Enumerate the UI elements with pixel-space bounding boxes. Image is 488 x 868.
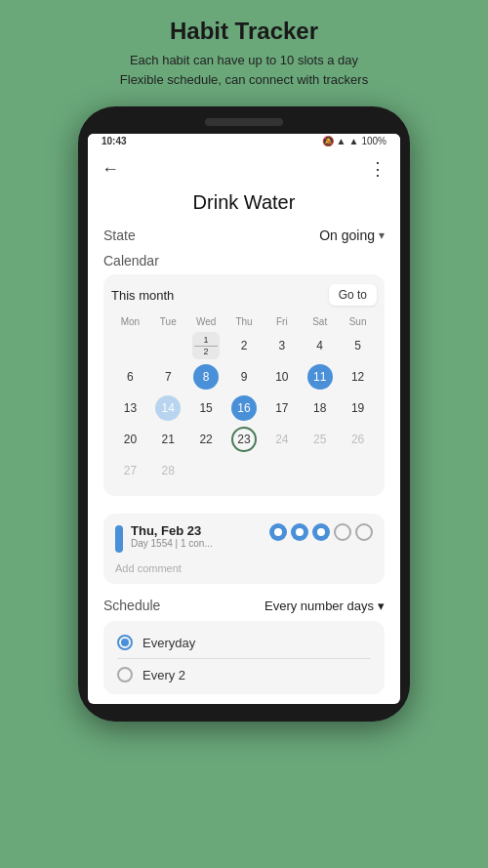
cal-day-26: 26	[339, 424, 377, 455]
day-header-mon: Mon	[111, 313, 149, 330]
habit-circle-2[interactable]	[291, 523, 308, 541]
radio-everyday[interactable]	[117, 635, 133, 650]
cal-day-11[interactable]: 11	[301, 361, 339, 393]
cal-day-12b[interactable]: 12	[339, 361, 377, 393]
day-date: Thu, Feb 23	[131, 523, 213, 538]
cal-day-14[interactable]: 14	[149, 393, 187, 424]
signal-icon: ▲	[337, 136, 346, 146]
cal-empty	[225, 455, 264, 486]
calendar-grid: Mon Tue Wed Thu Fri Sat Sun	[111, 313, 377, 486]
phone-notch	[205, 118, 283, 126]
day-subtext: Day 1554 | 1 con...	[131, 538, 213, 549]
day-header-sun: Sun	[339, 313, 377, 330]
cal-day-18[interactable]: 18	[301, 393, 339, 424]
cal-day-17[interactable]: 17	[263, 393, 301, 424]
cal-day-27: 27	[111, 455, 149, 486]
subtitle: Each habit can have up to 10 slots a day…	[120, 51, 368, 89]
calendar-card: This month Go to Mon Tue Wed Thu Fri Sat…	[103, 274, 385, 496]
schedule-option-every2-partial: Every 2	[117, 663, 371, 684]
circle-dot-3	[317, 528, 325, 536]
state-row: State On going ▾	[88, 224, 400, 251]
status-bar: 10:43 🔕 ▲ ▲ 100%	[88, 134, 400, 150]
cal-day-5[interactable]: 5	[339, 330, 377, 361]
day-header-sat: Sat	[301, 313, 339, 330]
habit-circle-3[interactable]	[312, 523, 330, 541]
radio-every2[interactable]	[117, 667, 133, 682]
circle-dot-2	[296, 528, 304, 536]
cal-day-2[interactable]: 2	[225, 330, 264, 361]
day-detail-header: Thu, Feb 23 Day 1554 | 1 con...	[115, 523, 373, 553]
cal-day-19[interactable]: 19	[339, 393, 377, 424]
cal-empty	[263, 455, 301, 486]
cal-day-25: 25	[301, 424, 339, 455]
day-text: Thu, Feb 23 Day 1554 | 1 con...	[131, 523, 213, 549]
schedule-option-every2[interactable]: Every 2	[117, 663, 371, 684]
back-button[interactable]: ←	[102, 159, 119, 180]
state-value-text: On going	[319, 227, 375, 243]
status-time: 10:43	[102, 136, 127, 146]
cal-day-22[interactable]: 22	[187, 424, 225, 455]
state-dropdown-arrow: ▾	[379, 228, 385, 242]
schedule-dropdown[interactable]: Every number days ▾	[264, 599, 385, 613]
goto-button[interactable]: Go to	[329, 284, 377, 306]
cal-empty	[301, 455, 339, 486]
habit-circle-1[interactable]	[269, 523, 287, 541]
cal-day-16[interactable]: 16	[225, 393, 264, 424]
week-4: 20 21 22 23 24 25 26	[111, 424, 377, 455]
more-button[interactable]: ⋮	[369, 158, 386, 180]
habit-title: Drink Water	[88, 187, 400, 224]
cal-day-28: 28	[149, 455, 187, 486]
state-label: State	[103, 227, 136, 243]
schedule-dropdown-arrow: ▾	[378, 599, 385, 613]
cal-day-13[interactable]: 13	[111, 393, 149, 424]
cal-day-6[interactable]: 6	[111, 361, 149, 393]
thermometer-icon	[115, 525, 123, 553]
cal-day-20[interactable]: 20	[111, 424, 149, 455]
cal-empty	[149, 330, 187, 361]
week-3: 13 14 15 16 17 18 19	[111, 393, 377, 424]
day-header-fri: Fri	[263, 313, 301, 330]
month-label: This month	[111, 288, 174, 303]
habit-circle-4[interactable]	[334, 523, 351, 541]
calendar-header: This month Go to	[111, 284, 377, 306]
schedule-option-everyday[interactable]: Everyday	[117, 631, 371, 654]
calendar-section: Calendar This month Go to Mon Tue Wed Th…	[88, 251, 400, 506]
page-title: Habit Tracker	[120, 18, 368, 45]
schedule-card: Everyday Every 2	[103, 621, 385, 694]
week-2: 6 7 8 9 10 11 12	[111, 361, 377, 393]
cal-day-12[interactable]: 12	[187, 330, 225, 361]
cal-empty	[187, 455, 225, 486]
day-header-thu: Thu	[225, 313, 264, 330]
state-dropdown[interactable]: On going ▾	[319, 227, 385, 243]
schedule-value-text: Every number days	[264, 599, 374, 613]
week-1: 12 2 3 4 5	[111, 330, 377, 361]
day-header-tue: Tue	[149, 313, 187, 330]
phone-shell: 10:43 🔕 ▲ ▲ 100% ← ⋮ Drink Water State O…	[78, 106, 410, 722]
day-detail-card: Thu, Feb 23 Day 1554 | 1 con...	[103, 514, 385, 584]
schedule-label: Schedule	[103, 598, 160, 613]
cal-day-21[interactable]: 21	[149, 424, 187, 455]
everyday-label: Everyday	[142, 636, 195, 650]
week-5: 27 28	[111, 455, 377, 486]
circle-dot-1	[274, 528, 282, 536]
schedule-row: Schedule Every number days ▾	[103, 598, 385, 613]
add-comment-button[interactable]: Add comment	[115, 558, 373, 574]
wifi-icon: ▲	[349, 136, 359, 146]
habit-circle-5[interactable]	[355, 523, 373, 541]
cal-day-9[interactable]: 9	[225, 361, 264, 393]
cal-empty	[339, 455, 377, 486]
cal-day-7[interactable]: 7	[149, 361, 187, 393]
radio-everyday-dot	[121, 639, 129, 646]
cal-day-8[interactable]: 8	[187, 361, 225, 393]
cal-day-23[interactable]: 23	[225, 424, 264, 455]
status-icons: 🔕 ▲ ▲ 100%	[322, 136, 386, 146]
schedule-divider	[117, 658, 371, 659]
notification-icon: 🔕	[322, 136, 334, 146]
top-bar: ← ⋮	[88, 150, 400, 187]
schedule-section: Schedule Every number days ▾ Everyday	[88, 592, 400, 704]
cal-day-4[interactable]: 4	[301, 330, 339, 361]
cal-day-10[interactable]: 10	[263, 361, 301, 393]
page-header: Habit Tracker Each habit can have up to …	[120, 18, 368, 89]
cal-day-15[interactable]: 15	[187, 393, 225, 424]
cal-day-3[interactable]: 3	[263, 330, 301, 361]
